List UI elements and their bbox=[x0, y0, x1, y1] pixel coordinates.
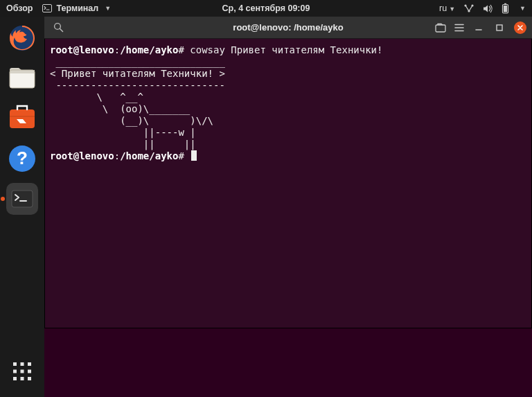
svg-rect-20 bbox=[28, 370, 31, 373]
prompt-userhost: root@lenovo bbox=[50, 150, 114, 161]
svg-rect-26 bbox=[436, 25, 445, 32]
svg-rect-23 bbox=[28, 377, 31, 380]
hamburger-menu-icon[interactable] bbox=[454, 24, 464, 32]
search-icon bbox=[53, 22, 64, 33]
firefox-icon bbox=[8, 24, 37, 53]
prompt-userhost: root@lenovo bbox=[50, 44, 114, 55]
software-icon bbox=[7, 103, 37, 134]
top-panel: Обзор Терминал ▼ Ср, 4 сентября 09:09 ru… bbox=[0, 0, 532, 17]
overview-button[interactable]: Обзор bbox=[6, 3, 33, 13]
terminal-icon bbox=[11, 190, 33, 208]
help-icon: ? bbox=[8, 144, 37, 173]
window-close-button[interactable] bbox=[514, 21, 526, 34]
window-minimize-button[interactable] bbox=[472, 21, 485, 34]
prompt-symbol: # bbox=[178, 44, 184, 55]
launcher-item-terminal[interactable] bbox=[6, 183, 38, 215]
svg-rect-14 bbox=[12, 191, 33, 207]
svg-line-25 bbox=[60, 28, 62, 31]
apps-grid-icon bbox=[12, 362, 32, 381]
svg-rect-11 bbox=[10, 109, 35, 128]
app-menu[interactable]: Терминал ▼ bbox=[42, 3, 111, 13]
close-icon bbox=[516, 24, 524, 32]
app-menu-label: Терминал bbox=[56, 3, 98, 13]
terminal-command: cowsay Привет читателям Технички! bbox=[190, 44, 382, 55]
battery-icon[interactable] bbox=[502, 3, 509, 14]
svg-rect-0 bbox=[43, 5, 52, 12]
terminal-window: root@lenovo: /home/ayko root@lenovo:/hom… bbox=[44, 17, 532, 328]
svg-rect-18 bbox=[13, 370, 17, 373]
svg-rect-21 bbox=[13, 377, 17, 380]
prompt-symbol: # bbox=[178, 150, 184, 161]
svg-rect-28 bbox=[497, 25, 502, 30]
files-icon bbox=[8, 64, 37, 92]
input-lang-label: ru bbox=[439, 3, 447, 13]
launcher-item-software[interactable] bbox=[6, 103, 38, 134]
maximize-icon bbox=[495, 24, 504, 32]
window-titlebar[interactable]: root@lenovo: /home/ayko bbox=[44, 17, 532, 39]
terminal-cursor bbox=[191, 150, 197, 161]
svg-rect-22 bbox=[21, 377, 24, 380]
window-title: root@lenovo: /home/ayko bbox=[233, 22, 343, 33]
svg-rect-16 bbox=[21, 362, 24, 366]
new-tab-icon[interactable] bbox=[435, 23, 446, 33]
terminal-content[interactable]: root@lenovo:/home/ayko# cowsay Привет чи… bbox=[44, 39, 532, 328]
window-maximize-button[interactable] bbox=[493, 21, 506, 34]
volume-icon[interactable] bbox=[483, 4, 493, 13]
system-menu-chevron-icon[interactable]: ▼ bbox=[520, 5, 526, 12]
svg-rect-5 bbox=[504, 3, 506, 5]
svg-rect-19 bbox=[21, 370, 24, 373]
minimize-icon bbox=[475, 24, 483, 32]
prompt-path: /home/ayko bbox=[120, 150, 178, 161]
show-applications-button[interactable] bbox=[6, 355, 38, 387]
svg-rect-17 bbox=[28, 362, 31, 366]
terminal-small-icon bbox=[42, 4, 52, 12]
terminal-output: _____________________________ < Привет ч… bbox=[50, 56, 225, 150]
panel-datetime[interactable]: Ср, 4 сентября 09:09 bbox=[222, 3, 310, 13]
network-icon[interactable] bbox=[463, 3, 475, 13]
input-source-indicator[interactable]: ru▼ bbox=[439, 3, 455, 13]
chevron-down-icon: ▼ bbox=[449, 6, 455, 12]
launcher-dock: ? bbox=[0, 17, 44, 397]
svg-rect-6 bbox=[504, 6, 507, 12]
launcher-item-firefox[interactable] bbox=[6, 22, 38, 54]
launcher-item-help[interactable]: ? bbox=[6, 143, 38, 175]
svg-rect-15 bbox=[13, 362, 17, 366]
search-button[interactable] bbox=[50, 19, 66, 36]
prompt-path: /home/ayko bbox=[120, 44, 178, 55]
svg-text:?: ? bbox=[17, 148, 28, 168]
launcher-item-files[interactable] bbox=[6, 62, 38, 94]
chevron-down-icon: ▼ bbox=[105, 5, 111, 12]
